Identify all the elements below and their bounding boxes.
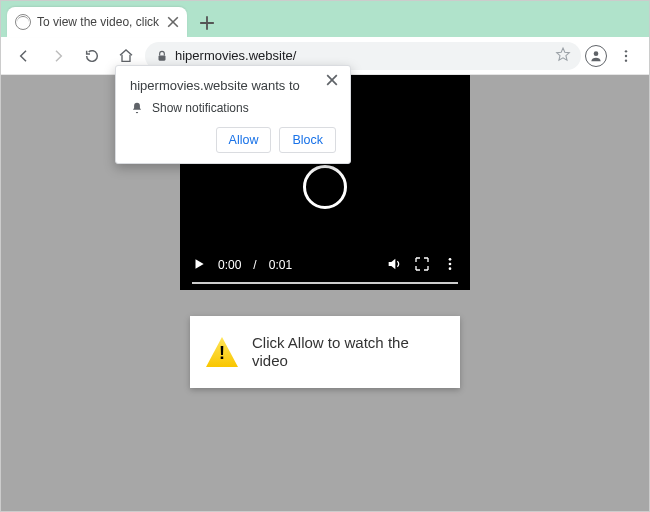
- globe-favicon-icon: [15, 14, 31, 30]
- svg-point-5: [625, 59, 627, 61]
- svg-point-7: [449, 262, 452, 265]
- permission-capability-label: Show notifications: [152, 101, 249, 115]
- svg-point-2: [594, 51, 599, 56]
- bell-icon: [130, 101, 144, 115]
- svg-point-3: [625, 50, 627, 52]
- video-more-button[interactable]: [442, 256, 458, 275]
- lure-message: Click Allow to watch the video: [252, 334, 444, 370]
- browser-tab[interactable]: To view the video, click the Allow: [7, 7, 187, 37]
- tab-close-icon[interactable]: [167, 16, 179, 28]
- video-fullscreen-button[interactable]: [414, 256, 430, 275]
- bookmark-star-icon[interactable]: [555, 46, 571, 65]
- permission-prompt: hipermovies.website wants to Show notifi…: [115, 65, 351, 164]
- video-volume-button[interactable]: [386, 256, 402, 275]
- video-progress-bar[interactable]: [192, 282, 458, 284]
- new-tab-button[interactable]: [193, 9, 221, 37]
- warning-triangle-icon: [206, 337, 238, 367]
- url-input[interactable]: [175, 48, 549, 63]
- permission-origin-text: hipermovies.website wants to: [130, 78, 336, 93]
- profile-avatar-button[interactable]: [585, 45, 607, 67]
- permission-allow-button[interactable]: Allow: [216, 127, 272, 153]
- loading-spinner-icon: [303, 165, 347, 209]
- video-time-duration: 0:01: [269, 258, 374, 272]
- nav-back-button[interactable]: [9, 41, 39, 71]
- svg-point-4: [625, 54, 627, 56]
- lock-icon: [155, 49, 169, 63]
- tab-title: To view the video, click the Allow: [37, 15, 161, 29]
- video-play-button[interactable]: [192, 257, 206, 274]
- svg-point-6: [449, 258, 452, 261]
- nav-reload-button[interactable]: [77, 41, 107, 71]
- tabstrip: To view the video, click the Allow: [1, 1, 649, 37]
- kebab-menu-button[interactable]: [611, 41, 641, 71]
- svg-rect-1: [159, 55, 166, 60]
- permission-block-button[interactable]: Block: [279, 127, 336, 153]
- lure-card: Click Allow to watch the video: [190, 316, 460, 388]
- video-time-current: 0:00: [218, 258, 241, 272]
- permission-close-button[interactable]: [326, 74, 342, 90]
- nav-forward-button[interactable]: [43, 41, 73, 71]
- svg-point-8: [449, 267, 452, 270]
- video-time-sep: /: [253, 258, 256, 272]
